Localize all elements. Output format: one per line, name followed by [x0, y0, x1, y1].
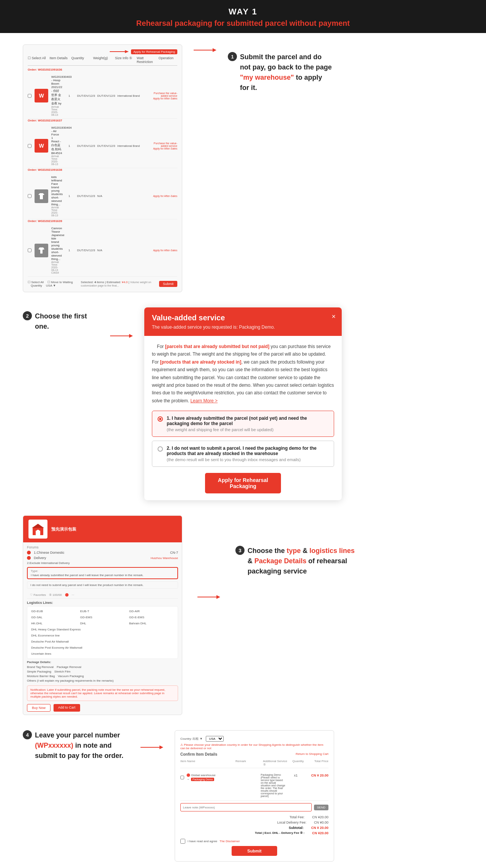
- note-input[interactable]: [180, 803, 312, 811]
- logistics-item-10[interactable]: DHL Heavy Cargo Standard Express: [30, 627, 175, 632]
- order-checkbox-4[interactable]: [28, 248, 32, 253]
- step3-nav-row: Forums: [27, 545, 178, 549]
- step4-text: Leave your parcel number (WPxxxxxx) in n…: [35, 730, 123, 761]
- modal-subtitle: The value-added service you requested is…: [152, 325, 334, 330]
- logistics-item-5[interactable]: GD-EMS: [79, 615, 126, 620]
- circle-icon: [27, 551, 31, 555]
- svg-marker-5: [129, 334, 133, 338]
- step4-right: Country: 出租 ▼ USA ⚠ Please choose your d…: [175, 730, 463, 862]
- apply-rehearsal-button[interactable]: Apply for Rehearsal Packaging: [205, 473, 281, 493]
- order-service-label: 🔴 Global warehouse: [186, 773, 216, 777]
- disclaimer-link[interactable]: The Disclaimer: [219, 840, 240, 843]
- close-icon[interactable]: ×: [331, 313, 336, 321]
- step3-screenshot: 预先演示包装 Forums 1.Chinese Domestic CN-7 De…: [23, 515, 182, 715]
- step2-title-row: 2 Choose the first one.: [23, 311, 99, 332]
- order-row-3: kids lefthand Face brand young students …: [28, 173, 177, 219]
- step3-header: 预先演示包装: [23, 516, 182, 542]
- connector-arrow-4: [140, 742, 163, 753]
- logistics-item-12[interactable]: Deutsche Post Air Mailsmall: [30, 639, 175, 644]
- total-intl-row: Total | Excl. DHL - Delivery Fee ⑤ : CN …: [180, 830, 328, 836]
- package-row-3: Moisture Barrier Bag Vacuum Packaging: [27, 674, 178, 678]
- learn-more-link[interactable]: Learn More >: [190, 398, 218, 403]
- step1-screenshot: Apply for Rehearsal Packaging ☐ Select A…: [23, 44, 182, 292]
- svg-marker-1: [125, 50, 129, 53]
- option2-container[interactable]: 2. I do not want to submit a parcel. I n…: [152, 441, 334, 467]
- option1-radio[interactable]: [158, 416, 163, 422]
- logistics-item-2[interactable]: EUB-T: [79, 609, 126, 614]
- note-input-row: SEND: [180, 803, 328, 811]
- option2-sub: (the demo result will be sent to you thr…: [167, 457, 328, 462]
- add-to-cart-button[interactable]: Add to Cart: [54, 704, 80, 712]
- step3-description: 3 Choose the type & logistics lines & Pa…: [235, 515, 463, 580]
- logistics-item-8[interactable]: DHL: [79, 621, 126, 626]
- step3-badge: 3: [235, 546, 245, 555]
- jacket-icon: [38, 247, 45, 254]
- step1-section: Apply for Rehearsal Packaging ☐ Select A…: [23, 44, 463, 292]
- country-select[interactable]: USA: [206, 736, 224, 742]
- step1-text: Submit the parcel and do not pay, go bac…: [240, 52, 332, 93]
- logistics-item-13[interactable]: Deutsche Post Economy Air Mailsmall: [30, 645, 175, 650]
- option2-radio[interactable]: [158, 446, 163, 452]
- destination-notice: ⚠ Please choose your destination country…: [180, 743, 328, 750]
- logistics-item-6[interactable]: GD-E-EMS: [128, 615, 175, 620]
- agree-checkbox[interactable]: [180, 839, 185, 844]
- step3-delivery-row: Delivery Huizhou Warehouse: [27, 556, 178, 560]
- return-to-cart-link[interactable]: Return to Shopping Cart: [296, 752, 328, 756]
- svg-rect-8: [36, 531, 40, 535]
- step3-section: 预先演示包装 Forums 1.Chinese Domestic CN-7 De…: [23, 515, 463, 715]
- pkg-stretch[interactable]: Stretch Film: [54, 670, 71, 673]
- step2-text: Choose the first one.: [35, 311, 99, 332]
- submit-parcel-btn[interactable]: Submit: [159, 281, 177, 287]
- circle-icon-2: [27, 556, 31, 560]
- table-header: ☐ Select All Item Details Quantity Weigh…: [28, 56, 177, 66]
- svg-rect-9: [37, 530, 39, 531]
- favorites-bar: ♡ Favorites ⑤ 100/00 🔴 ···: [27, 592, 178, 599]
- pkg-simple[interactable]: Simple Packaging: [27, 670, 51, 673]
- logistics-item-7[interactable]: HK-DHL: [30, 621, 77, 626]
- intl-delivery-label: 2.Exclude International Delivery: [27, 561, 178, 565]
- confirm-title: Confirm Item Details: [180, 752, 217, 756]
- package-row-2: Simple Packaging Stretch Film: [27, 670, 178, 673]
- connector-arrow-2: [110, 330, 133, 342]
- item-checkbox[interactable]: [180, 775, 184, 780]
- pkg-vacuum[interactable]: Vacuum Packaging: [58, 674, 84, 678]
- agree-row: I have read and agree The Disclaimer: [180, 839, 328, 844]
- step3-footer-buttons: Buy Now Add to Cart: [27, 704, 178, 712]
- local-delivery-row: Local Delivery Fee: CN ¥0.00: [180, 820, 328, 825]
- pkg-brand-tag[interactable]: Brand Tag Removal: [27, 665, 54, 669]
- service-price: CN ¥ 20.00: [306, 773, 328, 777]
- note-submit-btn[interactable]: SEND: [314, 805, 328, 810]
- order-checkbox-1[interactable]: [28, 93, 32, 98]
- step1-description: 1 Submit the parcel and do not pay, go b…: [228, 44, 463, 97]
- logistics-item-3[interactable]: GD-AIR: [128, 609, 175, 614]
- logistics-lines-label: Logistics Lines:: [27, 601, 178, 605]
- confirm-item-row: 🔴 Global warehouse → Packaging Demo Pack…: [180, 770, 328, 801]
- option1-main: 1. I have already submitted the parcel (…: [167, 416, 328, 426]
- confirm-order-card: Country: 出租 ▼ USA ⚠ Please choose your d…: [175, 730, 334, 862]
- type-selection-box: Type: I have already submitted the parce…: [27, 567, 178, 579]
- apply-rehearsal-btn-small[interactable]: Apply for Rehearsal Packaging: [131, 49, 177, 54]
- order-checkbox-3[interactable]: [28, 194, 32, 198]
- product-thumb-4: [35, 244, 48, 257]
- step3-title-row: 3 Choose the type & logistics lines & Pa…: [235, 546, 463, 577]
- buy-now-button[interactable]: Buy Now: [27, 704, 50, 712]
- logistics-item-11[interactable]: DHL Ecommerce line: [30, 633, 175, 638]
- step2-badge: 2: [23, 311, 32, 320]
- pkg-package-removal[interactable]: Package Removal: [57, 665, 81, 669]
- order-checkbox-2[interactable]: [28, 143, 32, 148]
- step1-arrow: [194, 44, 216, 56]
- type-value1: I have already submitted the parcel and …: [31, 573, 174, 577]
- final-submit-button[interactable]: Submit: [232, 846, 277, 856]
- option1-container[interactable]: 1. I have already submitted the parcel (…: [152, 411, 334, 437]
- page-header: WAY 1 Rehearsal packaging for submitted …: [0, 0, 486, 33]
- step1-title-row: 1 Submit the parcel and do not pay, go b…: [228, 52, 463, 93]
- logistics-item-4[interactable]: GD-SAL: [30, 615, 77, 620]
- logistics-item-14[interactable]: Uncertain lines: [30, 651, 175, 656]
- pkg-others[interactable]: Others (I will explain my packaging requ…: [27, 679, 114, 682]
- pkg-moisture[interactable]: Moisture Barrier Bag: [27, 674, 55, 678]
- step4-label: 4 Leave your parcel number (WPxxxxxx) in…: [23, 730, 129, 765]
- arrow-to-btn: [110, 48, 129, 55]
- logistics-item-1[interactable]: GD-EUB: [30, 609, 77, 614]
- package-row-4: Others (I will explain my packaging requ…: [27, 679, 178, 682]
- logistics-item-9[interactable]: Bahrain DHL: [128, 621, 175, 626]
